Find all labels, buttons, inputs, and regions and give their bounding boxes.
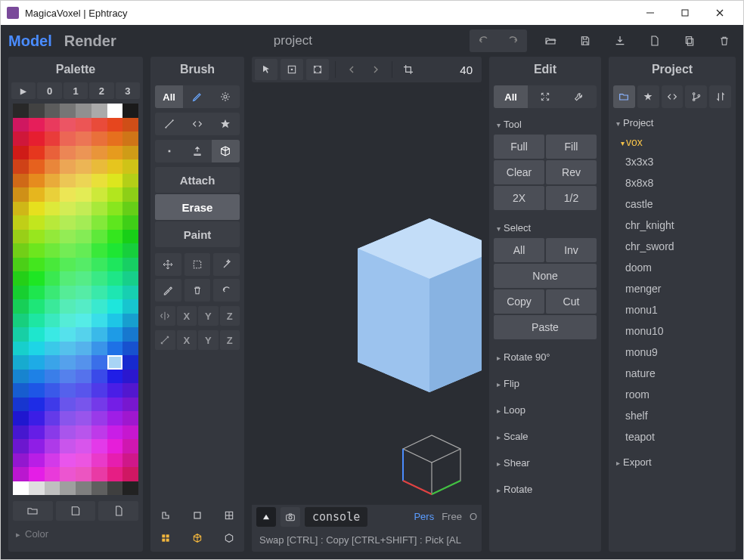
palette-swatch[interactable] <box>76 481 91 496</box>
select-all-button[interactable]: All <box>494 238 544 262</box>
palette-swatch[interactable] <box>107 258 123 272</box>
palette-swatch[interactable] <box>76 159 91 174</box>
brush-edit-button[interactable] <box>183 85 211 108</box>
palette-swatch[interactable] <box>122 258 138 272</box>
axis-y-button[interactable]: Y <box>198 330 219 350</box>
palette-swatch[interactable] <box>60 398 76 412</box>
project-item[interactable]: shelf <box>615 405 730 426</box>
palette-swatch[interactable] <box>122 230 138 244</box>
palette-swatch[interactable] <box>76 453 91 468</box>
section-tool-toggle[interactable]: Tool <box>494 114 597 135</box>
palette-swatch[interactable] <box>91 411 107 425</box>
palette-swatch[interactable] <box>122 314 138 328</box>
palette-swatch[interactable] <box>45 230 60 244</box>
palette-swatch[interactable] <box>29 370 45 384</box>
palette-swatch[interactable] <box>60 342 76 356</box>
tool-half-button[interactable]: 1/2 <box>546 186 597 210</box>
palette-swatch[interactable] <box>122 118 138 132</box>
project-item[interactable]: doom <box>615 257 730 278</box>
window-minimize-button[interactable] <box>633 1 668 25</box>
eyedropper-tool[interactable] <box>155 279 181 302</box>
palette-swatch[interactable] <box>91 342 107 356</box>
palette-swatch[interactable] <box>91 425 107 440</box>
palette-swatch[interactable] <box>76 271 91 286</box>
palette-swatch[interactable] <box>13 299 29 314</box>
palette-swatch[interactable] <box>107 439 123 453</box>
palette-swatch[interactable] <box>45 118 60 132</box>
view-cube-button[interactable] <box>188 506 206 524</box>
palette-swatch[interactable] <box>122 453 138 468</box>
delete-button[interactable] <box>713 29 736 52</box>
view-layers-button[interactable] <box>157 529 175 547</box>
palette-swatch[interactable] <box>107 202 123 216</box>
palette-swatch[interactable] <box>107 467 123 481</box>
crop-button[interactable] <box>397 59 420 80</box>
duplicate-button[interactable] <box>678 29 701 52</box>
palette-file-button[interactable] <box>98 501 138 521</box>
palette-swatch[interactable] <box>91 299 107 314</box>
palette-swatch[interactable] <box>29 202 45 216</box>
palette-swatch[interactable] <box>13 370 29 384</box>
palette-swatch[interactable] <box>13 104 29 118</box>
palette-swatch[interactable] <box>76 467 91 481</box>
model-size-value[interactable]: 40 <box>433 63 479 76</box>
palette-swatch[interactable] <box>122 439 138 453</box>
tool-rev-button[interactable]: Rev <box>546 160 597 184</box>
screenshot-button[interactable] <box>281 507 300 527</box>
project-item[interactable]: nature <box>615 363 730 384</box>
palette-swatch[interactable] <box>45 425 60 440</box>
toggle-ground-button[interactable] <box>256 507 276 527</box>
palette-swatch[interactable] <box>45 146 60 160</box>
palette-save-button[interactable] <box>56 501 96 521</box>
palette-swatch[interactable] <box>13 398 29 412</box>
palette-swatch[interactable] <box>60 118 76 132</box>
palette-swatch[interactable] <box>60 187 76 202</box>
palette-swatch[interactable] <box>91 187 107 202</box>
palette-swatch[interactable] <box>29 286 45 300</box>
palette-swatch[interactable] <box>45 342 60 356</box>
palette-swatch[interactable] <box>45 327 60 342</box>
tab-render[interactable]: Render <box>64 32 116 50</box>
palette-swatch[interactable] <box>122 299 138 314</box>
palette-swatch[interactable] <box>91 271 107 286</box>
palette-swatch[interactable] <box>60 453 76 468</box>
palette-swatch[interactable] <box>122 411 138 425</box>
palette-swatch[interactable] <box>91 202 107 216</box>
palette-swatch[interactable] <box>60 314 76 328</box>
palette-swatch[interactable] <box>107 271 123 286</box>
palette-swatch[interactable] <box>122 215 138 230</box>
palette-tab-0[interactable]: 0 <box>37 82 61 99</box>
palette-swatch[interactable] <box>13 215 29 230</box>
palette-swatch[interactable] <box>29 327 45 342</box>
palette-swatch[interactable] <box>13 131 29 146</box>
palette-swatch[interactable] <box>45 131 60 146</box>
palette-swatch[interactable] <box>13 118 29 132</box>
project-tab-favorites[interactable] <box>637 85 659 108</box>
tool-clear-button[interactable]: Clear <box>494 160 544 184</box>
project-item[interactable]: menger <box>615 278 730 299</box>
palette-swatch[interactable] <box>60 355 76 370</box>
palette-swatch[interactable] <box>13 467 29 481</box>
palette-swatch[interactable] <box>60 146 76 160</box>
section-export-toggle[interactable]: Export <box>613 452 731 472</box>
palette-swatch[interactable] <box>60 104 76 118</box>
view-wireframe-button[interactable] <box>220 529 238 547</box>
palette-swatch[interactable] <box>122 187 138 202</box>
palette-swatch[interactable] <box>60 286 76 300</box>
palette-swatch[interactable] <box>76 230 91 244</box>
palette-swatch[interactable] <box>45 104 60 118</box>
palette-swatch[interactable] <box>29 425 45 440</box>
palette-swatch[interactable] <box>29 299 45 314</box>
palette-swatch[interactable] <box>60 230 76 244</box>
section-loop-toggle[interactable]: Loop <box>494 400 597 420</box>
palette-swatch[interactable] <box>76 146 91 160</box>
move-tool[interactable] <box>155 253 181 276</box>
palette-swatch[interactable] <box>60 425 76 440</box>
palette-swatch[interactable] <box>107 215 123 230</box>
fit-view-button[interactable] <box>281 59 303 80</box>
project-item[interactable]: monu9 <box>615 342 730 363</box>
palette-swatch[interactable] <box>29 174 45 188</box>
palette-swatch[interactable] <box>60 243 76 258</box>
palette-swatch[interactable] <box>13 146 29 160</box>
palette-swatch[interactable] <box>13 202 29 216</box>
